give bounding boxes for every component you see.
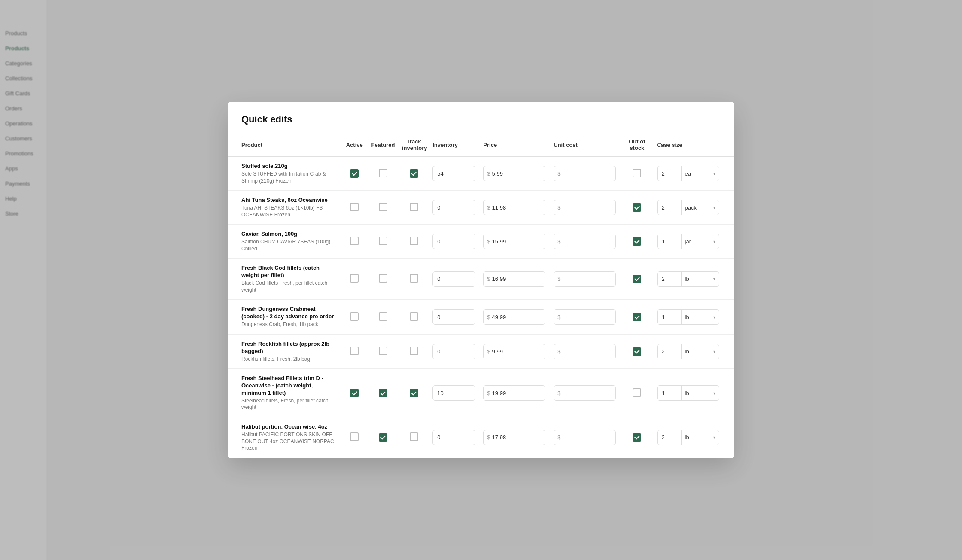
inventory-cell [429, 191, 480, 225]
unit-cost-input[interactable] [563, 170, 612, 177]
product-cell: Caviar, Salmon, 100g Salmon CHUM CAVIAR … [228, 225, 341, 259]
case-size-number-input[interactable] [658, 430, 681, 445]
inventory-input[interactable] [432, 385, 475, 401]
col-price: Price [480, 133, 550, 157]
track-inventory-checkbox[interactable] [410, 274, 418, 283]
unit-cost-input[interactable] [563, 314, 612, 320]
active-checkbox[interactable] [350, 203, 359, 211]
product-cell: Fresh Black Cod fillets (catch weight pe… [228, 259, 341, 300]
out-of-stock-checkbox[interactable] [633, 313, 641, 321]
inventory-input[interactable] [432, 309, 475, 325]
case-size-dropdown[interactable]: ea ▾ [681, 166, 719, 181]
track-inventory-checkbox[interactable] [410, 169, 418, 178]
case-size-unit-label: lb [685, 390, 689, 396]
case-size-dropdown[interactable]: lb ▾ [681, 310, 719, 324]
out-of-stock-cell [621, 259, 653, 300]
track-inventory-checkbox[interactable] [410, 237, 418, 245]
inventory-input[interactable] [432, 166, 475, 181]
case-size-unit-label: ea [685, 170, 691, 177]
case-size-dropdown[interactable]: lb ▾ [681, 430, 719, 445]
case-size-dropdown[interactable]: lb ▾ [681, 386, 719, 400]
unit-cost-input[interactable] [563, 390, 612, 396]
track-inventory-checkbox[interactable] [410, 389, 418, 397]
featured-checkbox[interactable] [379, 169, 387, 177]
unit-cost-input[interactable] [563, 238, 612, 245]
out-of-stock-checkbox[interactable] [633, 169, 641, 177]
case-size-number-input[interactable] [658, 166, 681, 181]
active-checkbox[interactable] [350, 312, 359, 321]
track-inventory-checkbox[interactable] [410, 203, 418, 211]
modal-backdrop[interactable]: Quick edits Product Active Featured [0, 0, 962, 560]
col-product: Product [228, 133, 341, 157]
case-size-dropdown[interactable]: pack ▾ [681, 200, 719, 215]
unit-cost-input[interactable] [563, 348, 612, 355]
case-size-number-input[interactable] [658, 310, 681, 324]
inventory-input[interactable] [432, 344, 475, 359]
inventory-input[interactable] [432, 430, 475, 445]
out-of-stock-checkbox[interactable] [633, 347, 641, 356]
inventory-cell [429, 369, 480, 417]
price-input[interactable] [492, 314, 542, 320]
unit-cost-input[interactable] [563, 276, 612, 282]
inventory-input[interactable] [432, 200, 475, 215]
active-checkbox[interactable] [350, 389, 359, 397]
case-size-dropdown[interactable]: lb ▾ [681, 344, 719, 359]
unit-cost-cell: $ [550, 369, 621, 417]
case-size-number-input[interactable] [658, 200, 681, 215]
chevron-down-icon: ▾ [713, 349, 715, 354]
out-of-stock-checkbox[interactable] [633, 237, 641, 246]
price-symbol: $ [487, 434, 490, 441]
track-inventory-checkbox[interactable] [410, 347, 418, 355]
case-size-dropdown[interactable]: jar ▾ [681, 234, 719, 249]
track-inventory-checkbox[interactable] [410, 432, 418, 441]
product-desc: Dungeness Crab, Fresh, 1lb pack [241, 321, 338, 328]
featured-checkbox[interactable] [379, 389, 387, 397]
inventory-input[interactable] [432, 234, 475, 249]
case-size-number-input[interactable] [658, 272, 681, 286]
featured-cell [368, 417, 399, 458]
case-size-number-input[interactable] [658, 234, 681, 249]
cost-symbol: $ [557, 314, 560, 320]
out-of-stock-checkbox[interactable] [633, 203, 641, 212]
out-of-stock-checkbox[interactable] [633, 275, 641, 283]
active-checkbox[interactable] [350, 237, 359, 245]
active-checkbox[interactable] [350, 347, 359, 355]
price-input[interactable] [492, 238, 542, 245]
price-symbol: $ [487, 314, 490, 320]
price-input-wrap: $ [483, 430, 545, 445]
featured-checkbox[interactable] [379, 433, 387, 442]
price-input[interactable] [492, 276, 542, 282]
price-cell: $ [480, 225, 550, 259]
featured-checkbox[interactable] [379, 312, 387, 321]
active-checkbox[interactable] [350, 274, 359, 283]
price-input-wrap: $ [483, 309, 545, 325]
product-name: Fresh Dungeness Crabmeat (cooked) - 2 da… [241, 306, 338, 320]
unit-cost-cell: $ [550, 300, 621, 334]
inventory-input[interactable] [432, 271, 475, 287]
featured-checkbox[interactable] [379, 347, 387, 355]
case-size-number-input[interactable] [658, 344, 681, 359]
active-checkbox[interactable] [350, 169, 359, 178]
unit-cost-input[interactable] [563, 434, 612, 441]
featured-checkbox[interactable] [379, 274, 387, 283]
out-of-stock-checkbox[interactable] [633, 388, 641, 397]
active-checkbox[interactable] [350, 432, 359, 441]
featured-cell [368, 300, 399, 334]
case-size-dropdown[interactable]: lb ▾ [681, 272, 719, 286]
price-input[interactable] [492, 204, 542, 211]
price-input[interactable] [492, 170, 542, 177]
featured-checkbox[interactable] [379, 237, 387, 245]
price-input[interactable] [492, 434, 542, 441]
featured-checkbox[interactable] [379, 203, 387, 211]
track-inventory-cell [399, 369, 429, 417]
unit-cost-input[interactable] [563, 204, 612, 211]
price-input[interactable] [492, 390, 542, 396]
price-cell: $ [480, 157, 550, 191]
col-active: Active [341, 133, 368, 157]
track-inventory-checkbox[interactable] [410, 312, 418, 321]
inventory-cell [429, 157, 480, 191]
price-input[interactable] [492, 348, 542, 355]
out-of-stock-checkbox[interactable] [633, 433, 641, 442]
track-inventory-cell [399, 225, 429, 259]
case-size-number-input[interactable] [658, 386, 681, 400]
